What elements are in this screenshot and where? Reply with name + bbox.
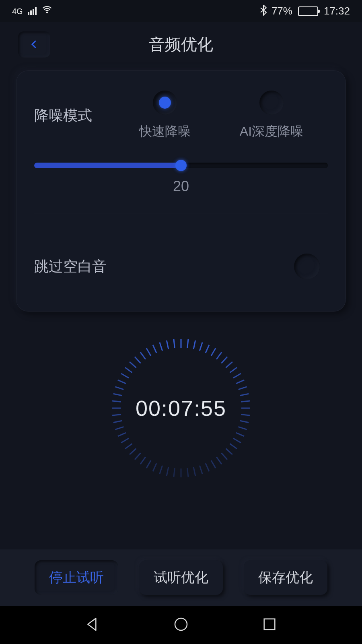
svg-point-61 — [175, 618, 187, 630]
clock-label: 17:32 — [324, 5, 350, 17]
svg-line-49 — [115, 387, 123, 390]
radio-ai-noise[interactable]: AI深度降噪 — [240, 91, 303, 140]
radio-ai-label: AI深度降噪 — [240, 123, 303, 140]
svg-line-9 — [226, 362, 232, 368]
svg-rect-62 — [264, 619, 275, 630]
svg-line-14 — [240, 394, 249, 396]
noise-mode-label: 降噪模式 — [34, 106, 115, 126]
svg-line-5 — [206, 345, 209, 353]
preview-optimize-button[interactable]: 试听优化 — [139, 560, 223, 595]
battery-percent-label: 77% — [272, 5, 292, 17]
svg-line-7 — [216, 352, 222, 359]
svg-line-22 — [230, 444, 237, 449]
svg-line-33 — [167, 467, 169, 476]
divider — [34, 213, 328, 213]
svg-line-2 — [187, 339, 188, 348]
back-button[interactable] — [18, 31, 50, 58]
svg-line-54 — [135, 357, 141, 363]
stop-preview-button[interactable]: 停止试听 — [35, 560, 118, 595]
svg-line-40 — [125, 444, 132, 449]
svg-line-32 — [174, 468, 175, 477]
svg-line-19 — [239, 427, 247, 429]
settings-card: 降噪模式 快速降噪 AI深度降噪 20 跳过空白音 — [16, 70, 346, 312]
svg-line-8 — [221, 357, 227, 363]
battery-icon — [298, 6, 318, 16]
svg-line-47 — [112, 401, 121, 402]
svg-line-51 — [121, 374, 129, 378]
svg-line-52 — [125, 367, 132, 373]
radio-indicator-icon — [153, 91, 177, 115]
svg-line-28 — [200, 466, 202, 474]
svg-line-55 — [140, 352, 146, 359]
radio-indicator-icon — [259, 91, 284, 115]
svg-line-42 — [118, 433, 126, 436]
svg-point-0 — [47, 12, 47, 13]
svg-line-45 — [112, 415, 121, 415]
app-header: 音频优化 — [0, 22, 362, 66]
action-bar: 停止试听 试听优化 保存优化 — [0, 549, 362, 606]
skip-silence-label: 跳过空白音 — [34, 257, 294, 277]
slider-value-label: 20 — [34, 178, 328, 195]
svg-line-4 — [200, 342, 202, 351]
radio-fast-label: 快速降噪 — [139, 123, 191, 140]
svg-line-60 — [174, 339, 175, 348]
svg-line-24 — [221, 453, 227, 459]
page-title: 音频优化 — [0, 33, 362, 56]
svg-line-59 — [167, 341, 169, 349]
svg-line-18 — [240, 421, 249, 423]
svg-line-58 — [160, 342, 162, 351]
svg-line-38 — [135, 453, 141, 459]
signal-bars-icon — [28, 7, 37, 15]
svg-line-56 — [146, 348, 151, 356]
svg-line-13 — [239, 387, 247, 390]
slider-thumb-icon[interactable] — [175, 160, 187, 171]
radio-fast-noise[interactable]: 快速降噪 — [139, 91, 191, 140]
svg-line-41 — [121, 438, 129, 443]
dial-ticks-icon — [109, 336, 253, 481]
system-nav-bar — [0, 606, 362, 644]
noise-mode-radio-group: 快速降噪 AI深度降噪 — [115, 91, 328, 140]
svg-line-36 — [146, 460, 151, 468]
svg-line-53 — [130, 362, 136, 368]
nav-home-icon[interactable] — [173, 616, 189, 634]
network-type-label: 4G — [12, 7, 23, 15]
bluetooth-icon — [259, 4, 267, 18]
svg-line-50 — [118, 380, 126, 384]
noise-level-slider[interactable]: 20 — [34, 163, 328, 195]
svg-line-43 — [115, 427, 123, 429]
timer-area: 00:07:55 — [0, 336, 362, 481]
svg-line-34 — [160, 466, 162, 474]
svg-line-48 — [113, 394, 122, 396]
svg-line-23 — [226, 448, 232, 454]
svg-line-29 — [193, 467, 195, 476]
svg-line-17 — [241, 415, 250, 415]
nav-recent-icon[interactable] — [261, 616, 278, 634]
svg-line-26 — [211, 460, 216, 468]
save-optimize-button[interactable]: 保存优化 — [244, 560, 327, 595]
svg-line-27 — [206, 463, 209, 471]
svg-line-57 — [153, 345, 156, 353]
nav-back-icon[interactable] — [84, 616, 101, 634]
svg-line-10 — [230, 367, 237, 373]
svg-line-3 — [193, 341, 195, 349]
svg-line-15 — [241, 401, 250, 402]
svg-line-30 — [187, 468, 188, 477]
svg-line-6 — [211, 348, 216, 356]
svg-line-37 — [140, 457, 146, 464]
svg-line-21 — [233, 438, 241, 443]
svg-line-39 — [130, 448, 136, 454]
svg-line-11 — [233, 374, 241, 378]
wifi-icon — [41, 4, 53, 18]
svg-line-20 — [236, 433, 244, 436]
timer-dial: 00:07:55 — [109, 336, 253, 481]
svg-line-44 — [113, 421, 122, 423]
status-bar: 4G 77% 17:32 — [0, 0, 362, 22]
svg-line-25 — [216, 457, 222, 464]
skip-silence-toggle[interactable] — [294, 254, 320, 279]
svg-line-35 — [153, 463, 156, 471]
svg-line-12 — [236, 380, 244, 384]
